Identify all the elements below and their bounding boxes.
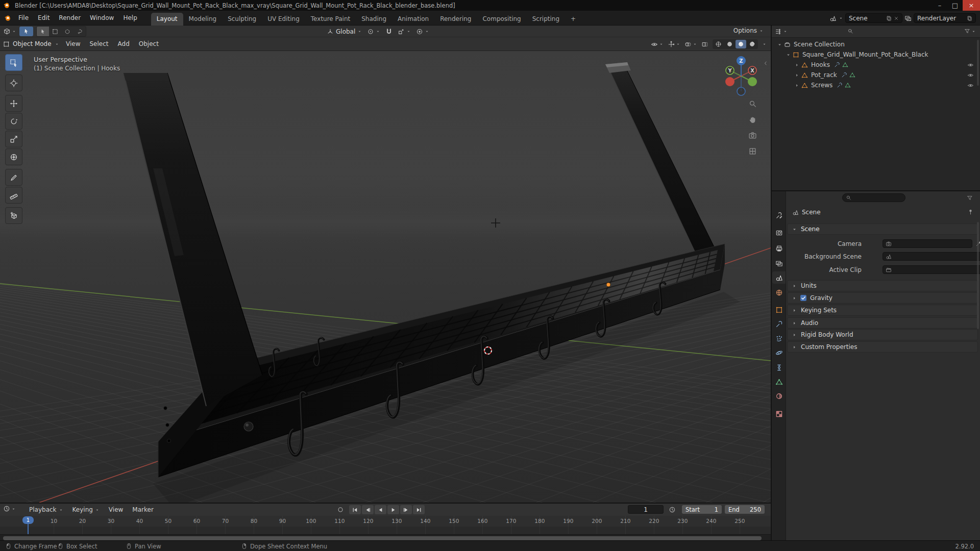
mode-dropdown[interactable]: Object Mode — [3, 39, 59, 49]
menu-help[interactable]: Help — [118, 14, 141, 21]
zoom-icon[interactable] — [748, 99, 757, 108]
proportional-editing-dropdown[interactable] — [416, 28, 429, 35]
select-mode-tweak[interactable] — [37, 27, 49, 36]
prev-keyframe-button[interactable] — [362, 505, 374, 514]
camera-view-icon[interactable] — [748, 131, 757, 140]
outliner-row-hooks[interactable]: Hooks — [772, 60, 980, 70]
workspace-tab-rendering[interactable]: Rendering — [434, 13, 477, 26]
current-frame-field[interactable]: 1 — [628, 505, 664, 514]
visibility-eye-icon[interactable] — [967, 62, 974, 68]
gizmo-axis-label[interactable]: X — [750, 68, 754, 73]
options-dropdown[interactable]: Options — [733, 27, 764, 34]
scene-selector[interactable]: Scene — [845, 13, 902, 23]
tool-transform-button[interactable] — [5, 148, 22, 165]
snap-target-dropdown[interactable] — [398, 28, 411, 35]
properties-tab-texture[interactable] — [772, 408, 786, 420]
viewport-menu-view[interactable]: View — [61, 40, 85, 47]
unlink-scene-icon[interactable] — [894, 16, 899, 21]
outliner-item-label[interactable]: Pot_rack — [811, 71, 837, 79]
panel-gravity[interactable]: Gravity — [787, 292, 978, 304]
xray-toggle[interactable] — [701, 41, 708, 48]
viewport-menu-object[interactable]: Object — [134, 40, 163, 47]
new-scene-icon[interactable] — [886, 15, 892, 21]
menu-render[interactable]: Render — [54, 14, 85, 21]
workspace-tab-scripting[interactable]: Scripting — [527, 13, 565, 26]
tool-annotate-button[interactable] — [5, 169, 22, 186]
workspace-tab-animation[interactable]: Animation — [392, 13, 434, 26]
transform-pivot-dropdown[interactable] — [367, 28, 380, 35]
properties-tab-tool[interactable] — [772, 209, 786, 221]
outliner-row-pot-rack-object[interactable]: Square_Grid_Wall_Mount_Pot_Rack_Black — [772, 49, 980, 60]
search-icon[interactable] — [847, 28, 853, 34]
workspace-tab-shading[interactable]: Shading — [356, 13, 392, 26]
auto-keying-toggle[interactable] — [337, 506, 344, 513]
properties-tab-render[interactable] — [772, 227, 786, 239]
playhead-handle[interactable]: 1 — [22, 516, 34, 524]
outliner-row-screws[interactable]: Screws — [772, 80, 980, 90]
panel-scene-header[interactable]: Scene — [787, 223, 978, 235]
shading-dropdown-icon[interactable] — [762, 42, 767, 46]
gizmo-axis-label[interactable]: Y — [727, 68, 732, 73]
properties-tab-scene[interactable] — [772, 271, 786, 284]
properties-tab-output[interactable] — [772, 242, 786, 255]
panel-units[interactable]: Units — [787, 280, 978, 291]
viewport-menu-select[interactable]: Select — [85, 40, 113, 47]
orthographic-icon[interactable] — [748, 147, 757, 156]
outliner-item-label[interactable]: Hooks — [811, 61, 830, 68]
properties-tab-particles[interactable] — [772, 332, 786, 344]
panel-custom-properties[interactable]: Custom Properties — [787, 341, 978, 353]
workspace-tab-layout[interactable]: Layout — [151, 13, 183, 26]
chevron-down-icon[interactable] — [839, 16, 843, 20]
outliner-editor-type-button[interactable] — [775, 28, 788, 35]
mesh-data-icon[interactable] — [842, 62, 848, 68]
jump-start-button[interactable] — [349, 505, 361, 514]
snap-magnet-toggle[interactable] — [385, 28, 393, 35]
properties-tab-constraints[interactable] — [772, 361, 786, 373]
scene-icon[interactable] — [829, 15, 837, 22]
timeline-menu-view[interactable]: View — [104, 506, 128, 513]
outliner-item-label[interactable]: Scene Collection — [794, 41, 845, 48]
mesh-data-icon[interactable] — [845, 82, 851, 88]
shading-wireframe-button[interactable] — [713, 40, 724, 48]
timeline-editor-type-button[interactable] — [3, 505, 16, 512]
tool-scale-button[interactable] — [5, 131, 22, 147]
properties-tab-object[interactable] — [772, 304, 786, 316]
active-tool-button[interactable] — [19, 27, 33, 36]
camera-input[interactable] — [883, 239, 972, 248]
editor-type-button[interactable] — [3, 28, 16, 35]
menu-edit[interactable]: Edit — [33, 14, 54, 21]
expand-icon[interactable] — [786, 52, 791, 58]
expand-icon[interactable] — [777, 42, 782, 47]
view-layer-selector[interactable]: RenderLayer — [914, 13, 976, 23]
properties-search-field[interactable] — [842, 193, 905, 202]
outliner-row-pot_rack[interactable]: Pot_rack — [772, 70, 980, 80]
view-layer-icon[interactable] — [904, 15, 912, 22]
close-button[interactable]: × — [963, 0, 980, 11]
visibility-eye-icon[interactable] — [967, 72, 974, 79]
expand-icon[interactable] — [794, 72, 800, 78]
viewport[interactable]: YXZ User Perspective (1) Scene Collectio… — [0, 51, 771, 503]
gizmos-dropdown[interactable] — [668, 41, 680, 48]
jump-end-button[interactable] — [413, 505, 425, 514]
workspace-tab-compositing[interactable]: Compositing — [477, 13, 526, 26]
properties-tab-world[interactable] — [772, 286, 786, 298]
mesh-data-icon[interactable] — [849, 72, 855, 78]
new-view-layer-icon[interactable] — [967, 15, 972, 21]
shading-solid-button[interactable] — [724, 40, 735, 48]
outliner-item-label[interactable]: Screws — [811, 82, 832, 89]
timeline-lane[interactable] — [0, 527, 771, 534]
viewport-menu-add[interactable]: Add — [113, 40, 134, 47]
minimize-button[interactable]: – — [932, 0, 947, 11]
timeline-ruler[interactable]: 1020304050607080901001101201301401501601… — [0, 516, 771, 527]
select-mode-circle[interactable] — [61, 27, 74, 36]
tool-measure-button[interactable] — [5, 187, 22, 204]
properties-scrollbar[interactable] — [977, 222, 979, 329]
workspace-tab-sculpting[interactable]: Sculpting — [222, 13, 262, 26]
add-workspace-button[interactable]: + — [565, 13, 581, 26]
select-mode-lasso[interactable] — [74, 27, 86, 36]
properties-filter-icon[interactable] — [967, 195, 973, 201]
select-mode-box[interactable] — [49, 27, 61, 36]
outliner-row-scene-collection[interactable]: Scene Collection — [772, 39, 980, 49]
background-scene-input[interactable] — [883, 252, 980, 261]
timeline-menu-keying[interactable]: Keying — [68, 506, 104, 513]
